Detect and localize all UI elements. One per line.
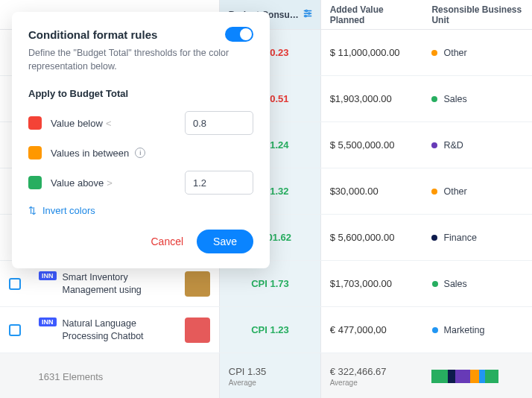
- panel-apply-label: Apply to Budget Total: [28, 88, 253, 99]
- save-button[interactable]: Save: [197, 230, 253, 253]
- footer-unit-bars: [422, 353, 532, 398]
- svg-point-3: [305, 10, 307, 11]
- panel-title: Conditional format rules: [28, 28, 157, 41]
- filter-adjust-icon[interactable]: [303, 8, 313, 21]
- unit-label: Other: [443, 48, 466, 58]
- unit-dot-icon: [431, 142, 437, 148]
- rule-below: Value below <: [28, 110, 253, 136]
- row-name: Smart Inventory Management using: [63, 271, 167, 296]
- footer-cpi-avg: CPI 1.35 Average: [219, 353, 321, 398]
- unit-dot-icon: [431, 50, 437, 56]
- type-badge: INN: [39, 271, 57, 280]
- value-cell: $ 5,600,000.00: [321, 215, 423, 260]
- unit-label: Marketing: [444, 325, 485, 335]
- swatch-green-icon: [28, 176, 42, 189]
- col-value-header[interactable]: Added Value Planned: [321, 0, 423, 29]
- swatch-red-icon: [28, 116, 42, 130]
- unit-dot-icon: [431, 96, 437, 102]
- rule-above-label: Value above: [51, 177, 104, 189]
- unit-dot-icon: [432, 327, 438, 333]
- value-cell: $30,000.00: [321, 168, 423, 214]
- unit-label: Other: [443, 186, 466, 197]
- info-icon[interactable]: i: [135, 148, 145, 158]
- row-checkbox[interactable]: [9, 278, 21, 290]
- col-unit-header[interactable]: Resonsible Business Unit: [422, 0, 532, 29]
- unit-label: R&D: [443, 140, 463, 151]
- rule-below-label: Value below: [51, 118, 103, 129]
- panel-description: Define the "Budget Total" thresholds for…: [28, 46, 253, 73]
- row-name: Natural Language Processing Chatbot: [63, 318, 167, 342]
- footer-value-avg: € 322,466.67 Average: [321, 353, 423, 398]
- unit-label: Sales: [444, 279, 467, 289]
- unit-label: Finance: [443, 233, 476, 243]
- unit-label: Sales: [443, 94, 466, 104]
- value-cell: $ 11,000,000.00: [321, 30, 423, 75]
- swatch-amber-icon: [28, 146, 42, 159]
- value-cell: $1,903,000.00: [321, 76, 423, 121]
- unit-distribution-chart: [431, 370, 498, 383]
- svg-point-5: [305, 15, 306, 16]
- rule-between: Values in between i: [28, 139, 253, 166]
- swap-icon: ⇅: [28, 205, 37, 216]
- row-checkbox[interactable]: [9, 324, 21, 336]
- table-row[interactable]: INNNatural Language Processing ChatbotCP…: [0, 307, 532, 353]
- cancel-button[interactable]: Cancel: [151, 236, 183, 247]
- unit-dot-icon: [431, 235, 437, 241]
- table-footer: 1631 Elements CPI 1.35 Average € 322,466…: [0, 353, 532, 398]
- panel-toggle[interactable]: [225, 27, 253, 42]
- type-badge: INN: [39, 318, 57, 326]
- rule-below-input[interactable]: [185, 111, 253, 135]
- cpi-cell: CPI 1.23: [219, 307, 321, 353]
- avatar[interactable]: [185, 318, 210, 343]
- conditional-format-panel: Conditional format rules Define the "Bud…: [12, 12, 270, 268]
- value-cell: $ 5,500,000.00: [321, 122, 423, 168]
- value-cell: $1,703,000.00: [321, 261, 423, 306]
- unit-dot-icon: [432, 281, 438, 287]
- svg-point-4: [308, 13, 309, 14]
- avatar[interactable]: [185, 271, 210, 297]
- value-cell: € 477,000,00: [321, 307, 423, 353]
- invert-colors-button[interactable]: ⇅ Invert colors: [28, 205, 253, 216]
- lt-icon: <: [106, 118, 112, 129]
- gt-icon: >: [107, 177, 113, 189]
- footer-count: 1631 Elements: [30, 353, 175, 398]
- rule-between-label: Values in between: [51, 148, 129, 159]
- rule-above-input[interactable]: [185, 171, 253, 195]
- rule-above: Value above >: [28, 169, 253, 196]
- unit-dot-icon: [431, 189, 437, 195]
